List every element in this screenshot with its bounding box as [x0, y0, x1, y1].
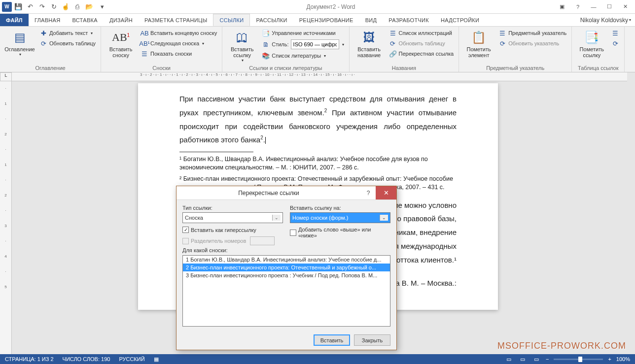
- dialog-help-icon[interactable]: ?: [361, 190, 376, 197]
- status-page[interactable]: СТРАНИЦА: 1 ИЗ 2: [5, 356, 54, 362]
- tab-design[interactable]: ДИЗАЙН: [104, 14, 139, 26]
- tab-layout[interactable]: РАЗМЕТКА СТРАНИЦЫ: [139, 14, 213, 26]
- above-below-checkbox[interactable]: [290, 230, 296, 236]
- biblio-icon: 📚: [262, 52, 270, 60]
- mark-entry-button[interactable]: 📋 Пометить элемент: [463, 29, 494, 59]
- zoom-in-icon[interactable]: +: [608, 356, 611, 362]
- manage-sources-button[interactable]: 📑Управление источниками: [261, 29, 345, 37]
- maximize-icon[interactable]: ☐: [602, 2, 616, 12]
- next-footnote-button[interactable]: AB¹Следующая сноска▾: [140, 39, 218, 48]
- tab-addins[interactable]: НАДСТРОЙКИ: [435, 14, 485, 26]
- help-icon[interactable]: ?: [571, 2, 585, 12]
- tab-review[interactable]: РЕЦЕНЗИРОВАНИЕ: [293, 14, 359, 26]
- status-macros-icon[interactable]: ▦: [154, 356, 159, 363]
- group-footnotes: AB1 Вставить сноску ABВставить концевую …: [101, 27, 222, 72]
- ruler-corner[interactable]: L: [0, 72, 12, 81]
- hyperlink-checkbox[interactable]: [182, 227, 189, 233]
- insert-button[interactable]: Вставить: [314, 334, 350, 346]
- qat-undo-icon[interactable]: ↶: [26, 2, 35, 11]
- view-web-icon[interactable]: ▭: [532, 356, 541, 363]
- status-language[interactable]: РУССКИЙ: [119, 356, 144, 362]
- ruler-horizontal[interactable]: 3 · ı · 2 · ı · 1 · ı · · ı · 1 · ı · 2 …: [12, 72, 627, 81]
- footnote-separator: [179, 152, 253, 152]
- ref-type-select[interactable]: Сноска⌄: [182, 212, 283, 223]
- caption-icon: 🖼: [361, 30, 377, 45]
- qat-repeat-icon[interactable]: ↻: [49, 2, 58, 11]
- text-cursor: [265, 137, 266, 144]
- update-toc-button[interactable]: ⟳Обновить таблицу: [38, 39, 97, 48]
- close-icon[interactable]: ✕: [618, 2, 632, 12]
- next-footnote-icon: AB¹: [141, 39, 148, 47]
- authorities-icon: ☰: [611, 29, 619, 37]
- sources-icon: 📑: [262, 29, 270, 37]
- figures-list-button[interactable]: ☰Список иллюстраций: [388, 29, 455, 37]
- qat-more-icon[interactable]: ▾: [98, 2, 106, 11]
- label-hyperlink: Вставить как гиперссылку: [191, 227, 256, 233]
- cross-reference-button[interactable]: 🔗Перекрестная ссылка: [388, 49, 455, 58]
- footnote-listbox[interactable]: 1 Богатин Ю.В., Швандар В.А. Инвестицион…: [182, 255, 390, 327]
- insert-on-select[interactable]: Номер сноски (форм.)⌄: [290, 212, 390, 223]
- insert-footnote-button[interactable]: AB1 Вставить сноску: [105, 29, 137, 59]
- refresh-icon: ⟳: [39, 39, 47, 47]
- ribbon: ▤ Оглавление▾ ✚Добавить текст▾ ⟳Обновить…: [0, 27, 635, 72]
- add-text-button[interactable]: ✚Добавить текст▾: [38, 29, 97, 37]
- tab-developer[interactable]: РАЗРАБОТЧИК: [383, 14, 435, 26]
- dialog-title: Перекрестные ссылки: [176, 190, 361, 197]
- view-read-icon[interactable]: ▭: [504, 356, 513, 363]
- tab-view[interactable]: ВИД: [359, 14, 383, 26]
- list-item[interactable]: 2 Бизнес-план инвестиционного проекта: О…: [183, 264, 390, 271]
- tab-file[interactable]: ФАЙЛ: [0, 14, 29, 26]
- separator-input: [250, 236, 275, 245]
- user-name[interactable]: Nikolay Koldovsky▾: [580, 14, 635, 26]
- insert-index-button[interactable]: ☰Предметный указатель: [497, 29, 567, 37]
- window-title: Документ2 - Word: [106, 3, 555, 10]
- qat-touch-icon[interactable]: ☝: [61, 2, 70, 11]
- citation-icon: 🕮: [234, 30, 250, 45]
- figures-icon: ☰: [389, 29, 397, 37]
- minimize-icon[interactable]: —: [587, 2, 600, 12]
- insert-caption-button[interactable]: 🖼 Вставить название: [353, 29, 385, 59]
- label-separator: Разделитель номеров: [191, 238, 246, 244]
- qat-redo-icon[interactable]: ↷: [37, 2, 46, 11]
- mark-citation-icon: 📑: [584, 30, 600, 45]
- label-above-below: Добавить слово «выше» или «ниже»: [298, 227, 390, 238]
- ribbon-options-icon[interactable]: ▣: [555, 2, 569, 12]
- qat-save-icon[interactable]: 💾: [14, 2, 23, 11]
- cross-reference-dialog: Перекрестные ссылки ? ✕ Тип ссылки: Снос…: [176, 186, 397, 350]
- tab-insert[interactable]: ВСТАВКА: [66, 14, 103, 26]
- show-footnotes-button[interactable]: ☰Показать сноски: [140, 49, 218, 58]
- bibliography-button[interactable]: 📚Список литературы▾: [261, 51, 345, 60]
- insert-citation-button[interactable]: 🕮 Вставить ссылку▾: [226, 29, 258, 64]
- tab-mailings[interactable]: РАССЫЛКИ: [250, 14, 293, 26]
- ruler-vertical[interactable]: ·1·2·1·2·3·4·5: [0, 81, 12, 354]
- view-print-icon[interactable]: ▭: [518, 356, 527, 363]
- index-icon: ☰: [498, 29, 506, 37]
- close-button[interactable]: Закрыть: [354, 334, 390, 346]
- footnote-1: ¹ Богатин Ю.В., Швандар В.А. Инвестицион…: [179, 155, 457, 172]
- group-citations: 🕮 Вставить ссылку▾ 📑Управление источника…: [222, 27, 349, 72]
- toc-icon: ▤: [12, 30, 28, 45]
- update-figures-button: ⟳Обновить таблицу: [388, 39, 455, 48]
- zoom-value[interactable]: 100%: [616, 356, 630, 362]
- zoom-slider[interactable]: [554, 359, 603, 360]
- quick-access-toolbar: 💾 ↶ ↷ ↻ ☝ ⎙ 📂 ▾: [14, 2, 106, 11]
- authorities-icon-button[interactable]: ☰: [610, 29, 620, 37]
- qat-open-icon[interactable]: 📂: [85, 2, 94, 11]
- toc-button[interactable]: ▤ Оглавление▾: [4, 29, 35, 58]
- list-item[interactable]: 1 Богатин Ю.В., Швандар В.А. Инвестицион…: [183, 256, 390, 264]
- status-bar: СТРАНИЦА: 1 ИЗ 2 ЧИСЛО СЛОВ: 190 РУССКИЙ…: [0, 354, 635, 364]
- list-item[interactable]: 3 Бизнес-план инвестиционного проекта : …: [183, 271, 390, 279]
- status-words[interactable]: ЧИСЛО СЛОВ: 190: [63, 356, 110, 362]
- insert-endnote-button[interactable]: ABВставить концевую сноску: [140, 29, 218, 37]
- tab-references[interactable]: ССЫЛКИ: [213, 14, 250, 26]
- update-authorities-button: ⟳: [610, 39, 620, 48]
- watermark: MSOFFICE-PROWORK.COM: [497, 341, 626, 351]
- style-input[interactable]: [291, 39, 339, 49]
- dialog-close-icon[interactable]: ✕: [376, 186, 396, 199]
- qat-print-icon[interactable]: ⎙: [73, 2, 82, 11]
- footnote-icon: AB1: [113, 30, 129, 45]
- citation-style-select[interactable]: 🗎 Стиль: ▾: [261, 39, 345, 50]
- tab-home[interactable]: ГЛАВНАЯ: [29, 14, 67, 26]
- zoom-out-icon[interactable]: −: [546, 356, 549, 362]
- mark-citation-button[interactable]: 📑 Пометить ссылку: [576, 29, 607, 59]
